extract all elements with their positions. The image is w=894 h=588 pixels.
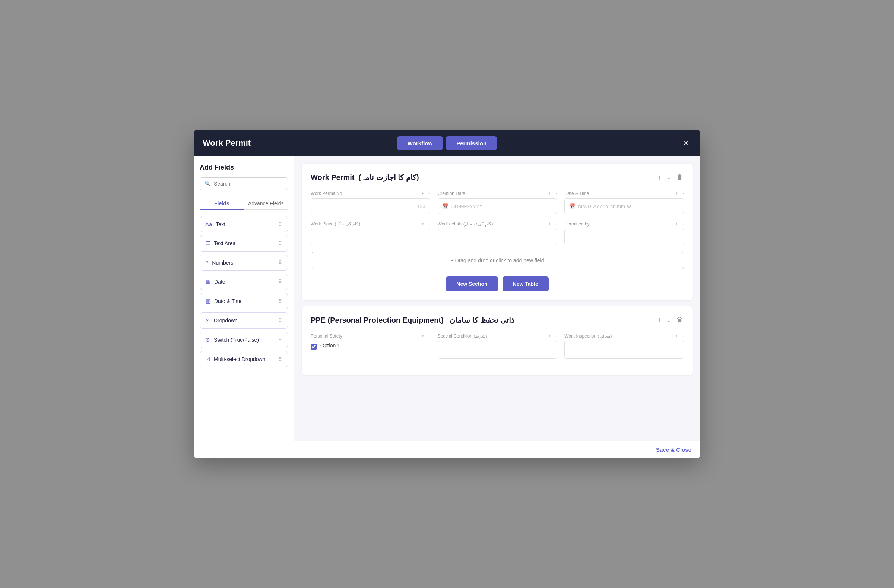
section-move-up-button[interactable]: ↑ — [657, 172, 662, 182]
datetime-type-icon: ▦ — [205, 298, 210, 304]
drag-handle-numbers[interactable]: ⠿ — [278, 260, 282, 266]
field-type-date[interactable]: ▦ Date ⠿ — [200, 274, 288, 290]
datetime-type-label: Date & Time — [214, 298, 243, 304]
field-personal-safety-settings-icon[interactable]: ✦ — [421, 334, 424, 339]
field-special-condition-settings-icon[interactable]: ✦ — [548, 334, 551, 339]
save-close-button[interactable]: Save & Close — [656, 446, 692, 453]
field-permitted-by: Permitted by ✦ ··· — [564, 221, 684, 245]
creation-date-input[interactable]: 📅 DD-MM-YYYY — [438, 198, 557, 214]
ppe-move-up-button[interactable]: ↑ — [657, 315, 662, 325]
field-work-details: Work details (کام کی تفصیل) ✦ ··· — [438, 221, 557, 245]
field-work-details-settings-icon[interactable]: ✦ — [548, 221, 551, 227]
drag-handle-textarea[interactable]: ⠿ — [278, 240, 282, 246]
field-date-time-settings-icon[interactable]: ✦ — [675, 191, 678, 196]
special-condition-input[interactable] — [438, 341, 557, 359]
add-field-button[interactable]: + Drag and drop or click to add new fiel… — [311, 252, 684, 269]
field-type-textarea[interactable]: ☰ Text Area ⠿ — [200, 235, 288, 251]
header-actions: Workflow Permission — [397, 136, 497, 150]
work-inspection-input[interactable] — [564, 341, 684, 359]
search-icon: 🔍 — [204, 181, 211, 187]
switch-type-label: Switch (True/False) — [214, 337, 259, 343]
field-work-permit-no-more-icon[interactable]: ··· — [426, 191, 430, 196]
switch-type-icon: ⊙ — [205, 337, 210, 343]
text-type-icon: Aa — [205, 221, 212, 227]
numbers-type-label: Numbers — [212, 260, 233, 266]
field-work-place-more-icon[interactable]: ··· — [426, 221, 430, 227]
main-content: Work Permit (کام کا اجازت نامہ) ↑ ↓ 🗑 W — [294, 156, 700, 441]
work-permit-no-input[interactable]: 123 — [311, 198, 430, 214]
ppe-delete-button[interactable]: 🗑 — [676, 315, 684, 325]
field-type-text[interactable]: Aa Text ⠿ — [200, 216, 288, 232]
calendar-icon-1: 📅 — [442, 204, 449, 209]
field-personal-safety: Personal Safety ✦ ··· Option 1 — [311, 334, 430, 359]
personal-safety-checkbox[interactable] — [311, 343, 317, 349]
new-table-button[interactable]: New Table — [503, 277, 549, 292]
personal-safety-option-label: Option 1 — [320, 342, 340, 348]
field-type-datetime[interactable]: ▦ Date & Time ⠿ — [200, 293, 288, 309]
drag-handle-date[interactable]: ⠿ — [278, 279, 282, 285]
close-button[interactable]: × — [680, 136, 692, 150]
field-date-time-more-icon[interactable]: ··· — [680, 191, 684, 196]
field-date-time: Date & Time ✦ ··· 📅 MM/DD/YYYY hh:mm aa — [564, 191, 684, 214]
modal-window: Work Permit Workflow Permission × Add Fi… — [194, 130, 700, 458]
field-creation-date-settings-icon[interactable]: ✦ — [548, 191, 551, 196]
field-type-switch[interactable]: ⊙ Switch (True/False) ⠿ — [200, 332, 288, 348]
tab-row: Fields Advance Fields — [200, 198, 288, 210]
field-type-multiselect[interactable]: ☑ Multi-select Dropdown ⠿ — [200, 351, 288, 367]
tab-fields[interactable]: Fields — [200, 198, 244, 210]
drag-handle-text[interactable]: ⠿ — [278, 221, 282, 227]
drag-handle-switch[interactable]: ⠿ — [278, 337, 282, 343]
field-work-details-more-icon[interactable]: ··· — [553, 221, 557, 227]
field-type-dropdown[interactable]: ⊙ Dropdown ⠿ — [200, 312, 288, 329]
date-type-icon: ▦ — [205, 278, 210, 285]
section-work-permit-controls: ↑ ↓ 🗑 — [657, 172, 684, 182]
section-move-down-button[interactable]: ↓ — [666, 172, 671, 182]
drag-handle-datetime[interactable]: ⠿ — [278, 298, 282, 304]
calendar-icon-2: 📅 — [569, 204, 575, 209]
tab-advance-fields[interactable]: Advance Fields — [244, 198, 288, 209]
date-time-input[interactable]: 📅 MM/DD/YYYY hh:mm aa — [564, 198, 684, 214]
field-personal-safety-label: Personal Safety — [311, 334, 342, 339]
work-place-input[interactable] — [311, 229, 430, 245]
section-ppe-header: PPE (Personal Protection Equipment) ذاتی… — [311, 315, 684, 325]
textarea-type-icon: ☰ — [205, 240, 210, 247]
section-work-permit: Work Permit (کام کا اجازت نامہ) ↑ ↓ 🗑 W — [302, 163, 693, 300]
field-work-details-label: Work details (کام کی تفصیل) — [438, 221, 493, 227]
permission-button[interactable]: Permission — [446, 136, 497, 150]
field-permitted-by-settings-icon[interactable]: ✦ — [675, 221, 678, 227]
fields-row-2: Work Place (کام کی جگہ) ✦ ··· — [311, 221, 684, 245]
search-input[interactable] — [214, 181, 283, 187]
field-work-place: Work Place (کام کی جگہ) ✦ ··· — [311, 221, 430, 245]
field-permitted-by-more-icon[interactable]: ··· — [680, 221, 684, 227]
field-work-permit-no-label: Work Permit No — [311, 191, 342, 196]
dropdown-type-label: Dropdown — [214, 317, 238, 323]
field-type-numbers[interactable]: # Numbers ⠿ — [200, 254, 288, 271]
modal-body: Add Fields 🔍 Fields Advance Fields Aa Te… — [194, 156, 700, 441]
field-work-inspection-label: Work Inspection (معائنہ) — [564, 334, 612, 339]
fields-row-1: Work Permit No ✦ ··· 123 — [311, 191, 684, 214]
section-delete-button[interactable]: 🗑 — [676, 172, 684, 182]
ppe-move-down-button[interactable]: ↓ — [666, 315, 671, 325]
text-type-label: Text — [216, 221, 225, 227]
workflow-button[interactable]: Workflow — [397, 136, 443, 150]
field-work-inspection-settings-icon[interactable]: ✦ — [675, 334, 678, 339]
field-work-inspection-more-icon[interactable]: ··· — [680, 334, 684, 339]
new-section-button[interactable]: New Section — [446, 277, 498, 292]
work-details-input[interactable] — [438, 229, 557, 245]
field-work-permit-no-settings-icon[interactable]: ✦ — [421, 191, 424, 196]
section-ppe-controls: ↑ ↓ 🗑 — [657, 315, 684, 325]
section-ppe-title: PPE (Personal Protection Equipment) ذاتی… — [311, 316, 514, 325]
field-creation-date-more-icon[interactable]: ··· — [553, 191, 557, 196]
drag-handle-multiselect[interactable]: ⠿ — [278, 356, 282, 362]
field-personal-safety-more-icon[interactable]: ··· — [426, 334, 430, 339]
section-ppe: PPE (Personal Protection Equipment) ذاتی… — [302, 306, 693, 375]
permitted-by-input[interactable] — [564, 229, 684, 245]
modal-header: Work Permit Workflow Permission × — [194, 130, 700, 156]
modal-footer: Save & Close — [194, 441, 700, 458]
field-work-place-settings-icon[interactable]: ✦ — [421, 221, 424, 227]
field-creation-date: Creation Date ✦ ··· 📅 DD-MM-YYYY — [438, 191, 557, 214]
field-work-permit-no: Work Permit No ✦ ··· 123 — [311, 191, 430, 214]
drag-handle-dropdown[interactable]: ⠿ — [278, 317, 282, 323]
field-special-condition-more-icon[interactable]: ··· — [553, 334, 557, 339]
personal-safety-option-1: Option 1 — [311, 342, 430, 351]
